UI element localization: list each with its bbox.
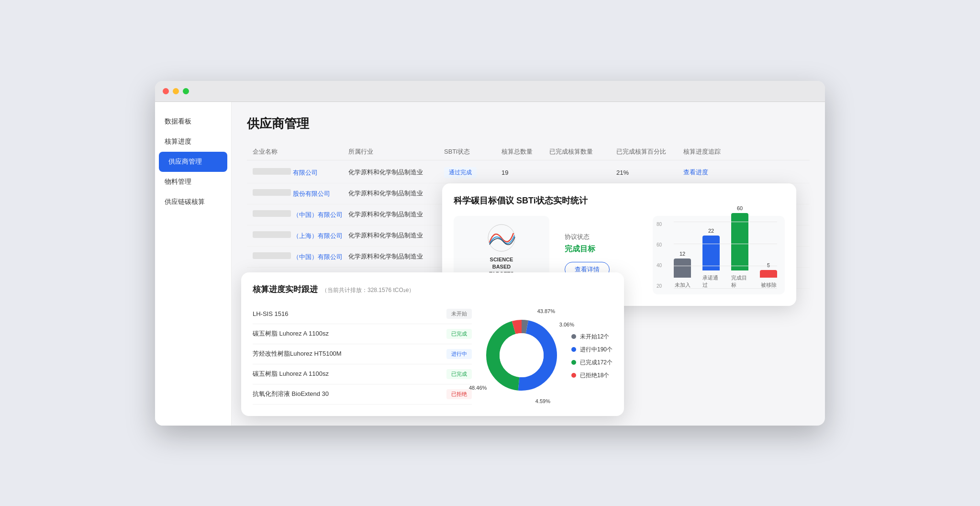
progress-card: 核算进度实时跟进 （当前共计排放：328.1576 tCO₂e） LH-SIS …: [241, 272, 624, 416]
sidebar: 数据看板 核算进度 供应商管理 物料管理 供应链碳核算: [155, 102, 232, 426]
progress-item: 抗氧化剂溶液 BioExtend 30 已拒绝: [253, 384, 472, 405]
col-done-count: 已完成核算数量: [549, 147, 616, 156]
sbti-logo-svg: [482, 224, 521, 252]
sbti-bar-chart: 80 60 40 20 12: [653, 216, 785, 294]
legend-done: 已完成172个: [571, 359, 612, 367]
table-header: 企业名称 所属行业 SBTi状态 核算总数量 已完成核算数量 已完成核算百分比 …: [247, 144, 810, 160]
sidebar-item-supply-chain[interactable]: 供应链碳核算: [155, 192, 231, 212]
view-progress-link[interactable]: 查看进度: [683, 168, 750, 177]
progress-card-subtitle: （当前共计排放：328.1576 tCO₂e）: [322, 286, 414, 294]
bar-not-joined: 12 未加入: [674, 251, 691, 289]
status-badge: 未开始: [446, 309, 472, 319]
company-name: 股份有限公司: [253, 189, 348, 198]
svg-point-5: [500, 333, 544, 377]
company-name: （中国）有限公司: [253, 252, 348, 261]
legend-in-progress: 进行中190个: [571, 346, 612, 354]
legend-dot-red: [571, 373, 576, 378]
progress-item: 碳五树脂 Luhorez A 1100sz 已完成: [253, 324, 472, 344]
progress-card-title: 核算进度实时跟进: [253, 284, 318, 295]
maximize-button[interactable]: [183, 88, 189, 94]
protocol-label: 协议状态: [565, 233, 637, 241]
donut-chart-section: 43.87% 3.06% 4.59% 48.46%: [483, 308, 612, 405]
main-content: 供应商管理 企业名称 所属行业 SBTi状态 核算总数量 已完成核算数量 已完成…: [232, 102, 825, 426]
col-done-pct: 已完成核算百分比: [616, 147, 683, 156]
protocol-status: 完成目标: [565, 244, 637, 254]
titlebar: [155, 81, 825, 102]
legend-dot-blue: [571, 347, 576, 352]
legend-not-started: 未开始12个: [571, 333, 612, 341]
progress-item: 碳五树脂 Luhorez A 1100sz 已完成: [253, 364, 472, 384]
sidebar-item-accounting[interactable]: 核算进度: [155, 132, 231, 152]
y-axis: 80 60 40 20: [657, 222, 662, 289]
donut-legend: 未开始12个 进行中190个 已完成172个: [571, 333, 612, 380]
status-badge: 进行中: [446, 349, 472, 359]
name-placeholder: [253, 210, 291, 217]
sidebar-item-material[interactable]: 物料管理: [155, 172, 231, 192]
legend-rejected: 已拒绝18个: [571, 371, 612, 380]
donut-label-left: 48.46%: [469, 385, 487, 391]
sbti-card-title: 科学碳目标倡议 SBTi状态实时统计: [454, 195, 785, 206]
name-placeholder: [253, 231, 291, 238]
col-progress: 核算进度追踪: [683, 147, 750, 156]
company-name: （中国）有限公司: [253, 210, 348, 219]
company-name: 有限公司: [253, 168, 348, 177]
progress-card-content: LH-SIS 1516 未开始 碳五树脂 Luhorez A 1100sz 已完…: [253, 304, 612, 405]
col-sbti: SBTi状态: [444, 147, 501, 156]
bar-committed: 22 承诺通过: [702, 228, 720, 289]
bar-achieved: 60 完成目标: [731, 205, 748, 289]
sidebar-item-supplier[interactable]: 供应商管理: [159, 152, 227, 172]
legend-dot-green: [571, 360, 576, 365]
progress-items-list: LH-SIS 1516 未开始 碳五树脂 Luhorez A 1100sz 已完…: [253, 304, 472, 405]
progress-item: 芳烃改性树脂Luhorez HT5100M 进行中: [253, 344, 472, 364]
company-name: （上海）有限公司: [253, 231, 348, 240]
col-company: 企业名称: [253, 147, 348, 156]
bar-not-joined-rect: [674, 259, 691, 278]
bar-committed-rect: [702, 236, 720, 270]
bar-removed-rect: [760, 270, 777, 278]
name-placeholder: [253, 252, 291, 259]
donut-label-right: 3.06%: [559, 322, 574, 327]
status-badge: 已完成: [446, 369, 472, 379]
name-placeholder: [253, 168, 291, 175]
donut-label-top-right: 43.87%: [537, 308, 555, 314]
app-window: 数据看板 核算进度 供应商管理 物料管理 供应链碳核算 供应商管理 企业名称: [155, 81, 825, 426]
table-row: 有限公司 化学原料和化学制品制造业 通过完成 19 21% 查看进度: [247, 162, 810, 183]
name-placeholder: [253, 189, 291, 196]
app-body: 数据看板 核算进度 供应商管理 物料管理 供应链碳核算 供应商管理 企业名称: [155, 102, 825, 426]
minimize-button[interactable]: [173, 88, 179, 94]
legend-dot-gray: [571, 334, 576, 339]
sidebar-item-dashboard[interactable]: 数据看板: [155, 112, 231, 132]
progress-item: LH-SIS 1516 未开始: [253, 304, 472, 324]
status-badge: 已完成: [446, 329, 472, 339]
page-title: 供应商管理: [247, 115, 810, 132]
donut-chart-wrapper: 43.87% 3.06% 4.59% 48.46%: [483, 317, 560, 395]
status-badge: 已拒绝: [446, 389, 472, 399]
donut-svg: [483, 317, 560, 394]
close-button[interactable]: [163, 88, 169, 94]
col-total: 核算总数量: [501, 147, 549, 156]
donut-label-bottom: 4.59%: [535, 398, 550, 404]
col-industry: 所属行业: [348, 147, 444, 156]
